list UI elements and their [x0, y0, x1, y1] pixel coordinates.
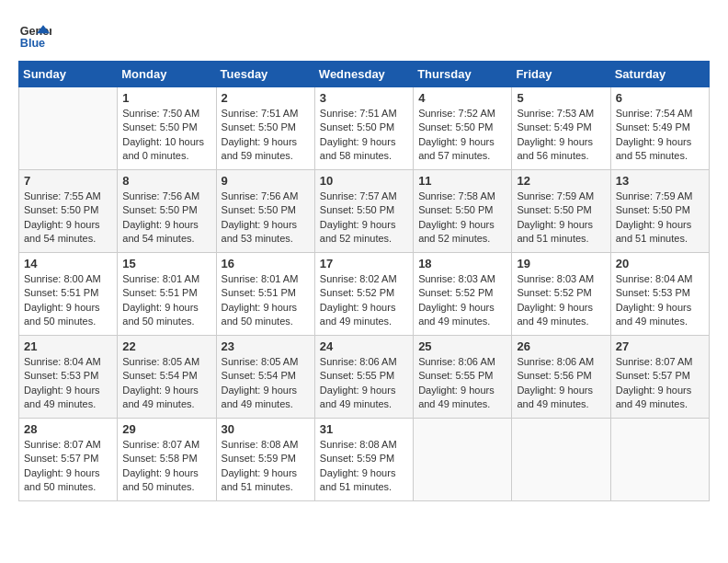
cell-content: Sunrise: 8:04 AM Sunset: 5:53 PM Dayligh…	[616, 272, 704, 329]
cell-content: Sunrise: 7:56 AM Sunset: 5:50 PM Dayligh…	[222, 190, 310, 247]
calendar-cell: 16Sunrise: 8:01 AM Sunset: 5:51 PM Dayli…	[216, 253, 314, 336]
calendar-cell: 24Sunrise: 8:06 AM Sunset: 5:55 PM Dayli…	[314, 336, 413, 419]
calendar-cell: 9Sunrise: 7:56 AM Sunset: 5:50 PM Daylig…	[216, 170, 314, 253]
cell-content: Sunrise: 7:52 AM Sunset: 5:50 PM Dayligh…	[418, 107, 506, 164]
day-number: 30	[222, 422, 310, 436]
day-header-saturday: Saturday	[610, 62, 709, 87]
calendar-cell: 2Sunrise: 7:51 AM Sunset: 5:50 PM Daylig…	[216, 87, 314, 170]
calendar-cell: 26Sunrise: 8:06 AM Sunset: 5:56 PM Dayli…	[512, 336, 610, 419]
calendar-cell	[414, 419, 512, 501]
calendar-cell	[610, 419, 709, 501]
calendar-cell: 7Sunrise: 7:55 AM Sunset: 5:50 PM Daylig…	[19, 170, 118, 253]
day-number: 18	[418, 257, 506, 270]
svg-text:Blue: Blue	[20, 37, 45, 50]
calendar-cell: 29Sunrise: 8:07 AM Sunset: 5:58 PM Dayli…	[118, 419, 216, 501]
calendar-cell: 8Sunrise: 7:56 AM Sunset: 5:50 PM Daylig…	[118, 170, 216, 253]
day-header-wednesday: Wednesday	[314, 62, 413, 87]
calendar-cell: 20Sunrise: 8:04 AM Sunset: 5:53 PM Dayli…	[610, 253, 709, 336]
logo: General Blue	[18, 18, 51, 52]
cell-content: Sunrise: 7:58 AM Sunset: 5:50 PM Dayligh…	[418, 190, 506, 247]
cell-content: Sunrise: 8:02 AM Sunset: 5:52 PM Dayligh…	[320, 272, 408, 329]
calendar-cell	[19, 87, 118, 170]
calendar-cell: 17Sunrise: 8:02 AM Sunset: 5:52 PM Dayli…	[314, 253, 413, 336]
calendar-cell: 28Sunrise: 8:07 AM Sunset: 5:57 PM Dayli…	[19, 419, 118, 501]
calendar-cell: 13Sunrise: 7:59 AM Sunset: 5:50 PM Dayli…	[610, 170, 709, 253]
calendar-cell: 27Sunrise: 8:07 AM Sunset: 5:57 PM Dayli…	[610, 336, 709, 419]
day-number: 12	[517, 174, 605, 188]
day-header-friday: Friday	[512, 62, 610, 87]
day-number: 2	[222, 91, 310, 105]
calendar-cell: 30Sunrise: 8:08 AM Sunset: 5:59 PM Dayli…	[216, 419, 314, 501]
calendar-cell: 25Sunrise: 8:06 AM Sunset: 5:55 PM Dayli…	[414, 336, 512, 419]
day-number: 14	[24, 257, 112, 270]
calendar-table: SundayMondayTuesdayWednesdayThursdayFrid…	[18, 61, 710, 501]
day-number: 20	[616, 257, 704, 270]
day-number: 6	[616, 91, 704, 105]
day-header-sunday: Sunday	[19, 62, 118, 87]
calendar-cell: 6Sunrise: 7:54 AM Sunset: 5:49 PM Daylig…	[610, 87, 709, 170]
day-number: 5	[517, 91, 605, 105]
day-number: 9	[222, 174, 310, 188]
cell-content: Sunrise: 8:07 AM Sunset: 5:57 PM Dayligh…	[616, 355, 704, 412]
day-number: 1	[122, 91, 210, 105]
calendar-cell: 3Sunrise: 7:51 AM Sunset: 5:50 PM Daylig…	[314, 87, 413, 170]
cell-content: Sunrise: 8:04 AM Sunset: 5:53 PM Dayligh…	[24, 355, 112, 412]
cell-content: Sunrise: 8:06 AM Sunset: 5:55 PM Dayligh…	[320, 355, 408, 412]
logo-icon: General Blue	[18, 18, 51, 52]
calendar-cell: 22Sunrise: 8:05 AM Sunset: 5:54 PM Dayli…	[118, 336, 216, 419]
day-number: 17	[320, 257, 408, 270]
cell-content: Sunrise: 8:06 AM Sunset: 5:56 PM Dayligh…	[517, 355, 605, 412]
day-number: 16	[222, 257, 310, 270]
cell-content: Sunrise: 7:51 AM Sunset: 5:50 PM Dayligh…	[222, 107, 310, 164]
page-header: General Blue	[18, 18, 710, 52]
cell-content: Sunrise: 8:05 AM Sunset: 5:54 PM Dayligh…	[122, 355, 210, 412]
cell-content: Sunrise: 8:00 AM Sunset: 5:51 PM Dayligh…	[24, 272, 112, 329]
calendar-cell: 14Sunrise: 8:00 AM Sunset: 5:51 PM Dayli…	[19, 253, 118, 336]
cell-content: Sunrise: 8:01 AM Sunset: 5:51 PM Dayligh…	[222, 272, 310, 329]
day-number: 7	[24, 174, 112, 188]
cell-content: Sunrise: 7:57 AM Sunset: 5:50 PM Dayligh…	[320, 190, 408, 247]
day-number: 29	[122, 422, 210, 436]
day-number: 21	[24, 339, 112, 353]
calendar-cell: 5Sunrise: 7:53 AM Sunset: 5:49 PM Daylig…	[512, 87, 610, 170]
cell-content: Sunrise: 8:08 AM Sunset: 5:59 PM Dayligh…	[320, 438, 408, 495]
day-number: 3	[320, 91, 408, 105]
day-number: 13	[616, 174, 704, 188]
cell-content: Sunrise: 7:54 AM Sunset: 5:49 PM Dayligh…	[616, 107, 704, 164]
day-number: 8	[122, 174, 210, 188]
calendar-cell: 19Sunrise: 8:03 AM Sunset: 5:52 PM Dayli…	[512, 253, 610, 336]
day-header-thursday: Thursday	[414, 62, 512, 87]
day-number: 27	[616, 339, 704, 353]
calendar-cell	[512, 419, 610, 501]
day-number: 15	[122, 257, 210, 270]
cell-content: Sunrise: 7:55 AM Sunset: 5:50 PM Dayligh…	[24, 190, 112, 247]
cell-content: Sunrise: 8:08 AM Sunset: 5:59 PM Dayligh…	[222, 438, 310, 495]
calendar-cell: 31Sunrise: 8:08 AM Sunset: 5:59 PM Dayli…	[314, 419, 413, 501]
day-number: 25	[418, 339, 506, 353]
calendar-cell: 11Sunrise: 7:58 AM Sunset: 5:50 PM Dayli…	[414, 170, 512, 253]
day-number: 28	[24, 422, 112, 436]
calendar-cell: 12Sunrise: 7:59 AM Sunset: 5:50 PM Dayli…	[512, 170, 610, 253]
day-number: 26	[517, 339, 605, 353]
cell-content: Sunrise: 7:59 AM Sunset: 5:50 PM Dayligh…	[517, 190, 605, 247]
calendar-cell: 10Sunrise: 7:57 AM Sunset: 5:50 PM Dayli…	[314, 170, 413, 253]
day-number: 11	[418, 174, 506, 188]
day-number: 31	[320, 422, 408, 436]
cell-content: Sunrise: 8:07 AM Sunset: 5:58 PM Dayligh…	[122, 438, 210, 495]
cell-content: Sunrise: 7:50 AM Sunset: 5:50 PM Dayligh…	[122, 107, 210, 164]
cell-content: Sunrise: 7:53 AM Sunset: 5:49 PM Dayligh…	[517, 107, 605, 164]
cell-content: Sunrise: 8:06 AM Sunset: 5:55 PM Dayligh…	[418, 355, 506, 412]
day-number: 23	[222, 339, 310, 353]
cell-content: Sunrise: 8:07 AM Sunset: 5:57 PM Dayligh…	[24, 438, 112, 495]
day-number: 4	[418, 91, 506, 105]
day-number: 19	[517, 257, 605, 270]
cell-content: Sunrise: 7:56 AM Sunset: 5:50 PM Dayligh…	[122, 190, 210, 247]
day-number: 22	[122, 339, 210, 353]
day-header-monday: Monday	[118, 62, 216, 87]
day-header-tuesday: Tuesday	[216, 62, 314, 87]
cell-content: Sunrise: 8:03 AM Sunset: 5:52 PM Dayligh…	[418, 272, 506, 329]
calendar-cell: 18Sunrise: 8:03 AM Sunset: 5:52 PM Dayli…	[414, 253, 512, 336]
cell-content: Sunrise: 8:01 AM Sunset: 5:51 PM Dayligh…	[122, 272, 210, 329]
cell-content: Sunrise: 7:51 AM Sunset: 5:50 PM Dayligh…	[320, 107, 408, 164]
cell-content: Sunrise: 7:59 AM Sunset: 5:50 PM Dayligh…	[616, 190, 704, 247]
